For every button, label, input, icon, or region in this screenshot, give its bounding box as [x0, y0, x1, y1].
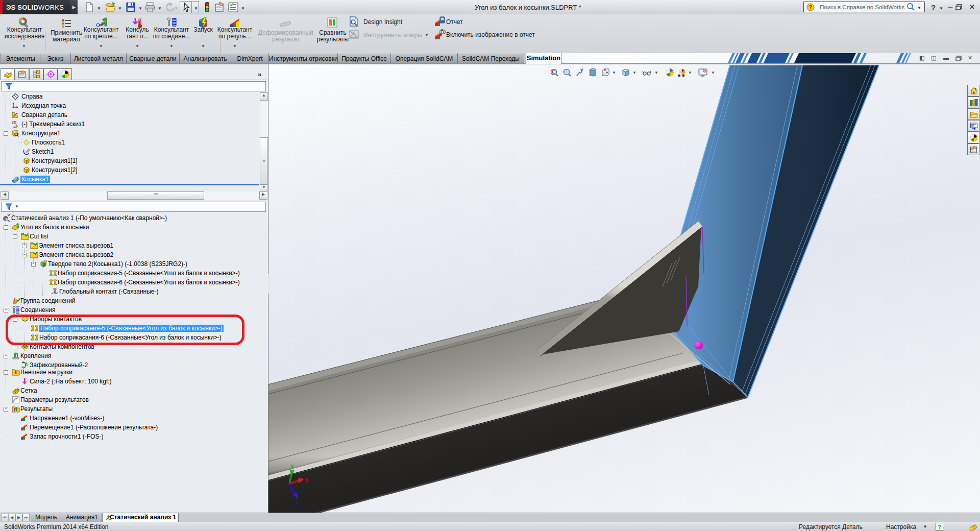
svg-text:?: ? — [809, 4, 813, 10]
svg-text:Y: Y — [290, 463, 295, 470]
svg-text:X: X — [304, 476, 309, 484]
svg-text:Z: Z — [295, 499, 299, 507]
